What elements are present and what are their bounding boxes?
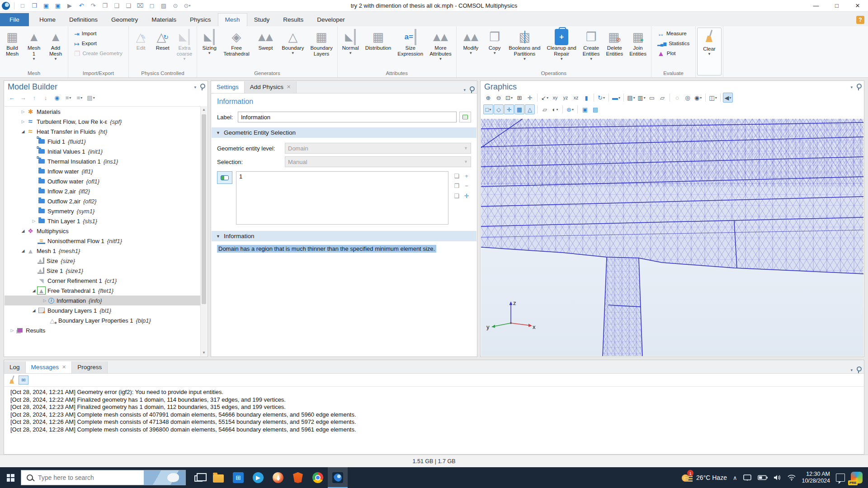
microsoft-store-icon[interactable]: ⊞ <box>228 467 248 488</box>
tree-item-materials[interactable]: ▷✱Materials <box>5 107 200 117</box>
show-mesh-icon[interactable]: △ <box>525 104 535 114</box>
selection-select[interactable]: Manual ▼ <box>285 156 471 167</box>
graphics-canvas[interactable]: z x y <box>481 119 863 356</box>
tab-physics[interactable]: Physics <box>183 14 218 26</box>
copy-selection-icon[interactable]: ❏ <box>452 171 461 180</box>
ribbon-button-join-entities[interactable]: ▦Join Entities <box>626 28 650 70</box>
brave-browser-icon[interactable] <box>288 467 308 488</box>
ribbon-button-size-expression[interactable]: a=Size Expression <box>394 28 426 70</box>
messages-tab-messages[interactable]: Messages✕ <box>26 361 72 373</box>
tree-item-information[interactable]: ▷iInformation{info} <box>5 296 200 305</box>
tree-item-mesh-1[interactable]: ◢▲Mesh 1{mesh1} <box>5 246 200 256</box>
tree-item-thin-layer-1[interactable]: ▷Thin Layer 1{sls1} <box>5 216 200 226</box>
snapshot-icon[interactable]: ▣ <box>580 104 590 114</box>
action-center-icon[interactable] <box>836 474 845 482</box>
ribbon-button-boundary-layers[interactable]: ▦Boundary Layers <box>307 28 335 70</box>
new-file-icon[interactable]: □ <box>17 1 28 10</box>
ribbon-button-boundary[interactable]: △Boundary▼ <box>278 28 307 70</box>
save-icon[interactable]: ▣ <box>41 1 52 10</box>
tab-developer[interactable]: Developer <box>310 14 352 26</box>
help-button[interactable]: ? <box>856 16 864 24</box>
select-icon[interactable]: ▭ <box>647 93 657 103</box>
tree-item-size[interactable]: ▲Size{size} <box>5 256 200 266</box>
minimize-button[interactable]: — <box>806 0 826 12</box>
pin-icon[interactable] <box>856 84 860 90</box>
ribbon-button-create-geometry[interactable]: ❐Create Geometry <box>72 49 124 58</box>
search-input[interactable] <box>37 474 144 482</box>
tree-item-free-tetrahedral-1[interactable]: ◢▲Free Tetrahedral 1{ftet1} <box>5 286 200 296</box>
remove-from-selection-button[interactable]: − <box>462 181 471 190</box>
ribbon-button-copy[interactable]: ❐Copy▼ <box>484 28 505 70</box>
zoom-in-icon[interactable]: ⊕ <box>483 93 493 103</box>
scene-light-icon[interactable]: ▮ <box>581 93 591 103</box>
search-icon[interactable]: ⊙ <box>170 1 181 10</box>
comsol-app-icon[interactable] <box>328 467 348 488</box>
show-hidden-icon[interactable]: ◎ <box>683 93 693 103</box>
view-mode-icon[interactable]: □▾ <box>483 104 493 114</box>
expanded-icon[interactable]: ◢ <box>20 249 26 253</box>
expanded-icon[interactable]: ◢ <box>20 229 26 233</box>
tab-geometry[interactable]: Geometry <box>104 14 145 26</box>
paste-selection-icon[interactable]: ❑ <box>452 191 461 200</box>
show-axes-icon[interactable]: ✛ <box>504 104 514 114</box>
scroll-thumb[interactable] <box>202 114 206 304</box>
rename-button[interactable] <box>459 112 471 122</box>
label-input[interactable] <box>238 112 457 122</box>
move-down-icon[interactable]: ↓ <box>41 93 51 102</box>
tree-item-thermal-insulation-1[interactable]: Thermal Insulation 1{ins1} <box>5 156 200 166</box>
messages-tab-log[interactable]: Log <box>4 361 26 373</box>
collapsed-icon[interactable]: ▷ <box>20 109 26 114</box>
close-button[interactable]: ✕ <box>847 0 868 12</box>
tree-item-size-1[interactable]: ▲Size 1{size1} <box>5 266 200 276</box>
collapsed-icon[interactable]: ▷ <box>9 328 15 333</box>
scene-settings-icon[interactable]: ⊛▾ <box>565 104 575 114</box>
print-icon[interactable]: ▤ <box>590 104 600 114</box>
pin-icon[interactable] <box>200 84 204 90</box>
ribbon-button-edit[interactable]: △Edit <box>130 28 152 70</box>
delete-icon[interactable]: ⌧ <box>135 1 146 10</box>
duplicate-icon[interactable]: ❏ <box>123 1 134 10</box>
collapsed-icon[interactable]: ▷ <box>31 219 37 223</box>
messaging-app-icon[interactable] <box>248 467 268 488</box>
clear-log-icon[interactable] <box>9 375 16 385</box>
panel-menu-icon[interactable]: ▾ <box>194 85 196 89</box>
go-to-xz-view-icon[interactable]: xz <box>571 93 581 103</box>
close-tab-icon[interactable]: ✕ <box>287 84 291 90</box>
visibility-icon[interactable]: ◉▾ <box>693 93 703 103</box>
settings-tab-settings[interactable]: Settings <box>211 81 245 93</box>
tree-item-inflow-water[interactable]: Inflow water{ifl1} <box>5 166 200 176</box>
ribbon-button-create-entities[interactable]: ❐Create Entities▼ <box>580 28 603 70</box>
close-tab-icon[interactable]: ✕ <box>62 364 66 370</box>
tree-item-fluid-1[interactable]: Fluid 1{fluid1} <box>5 136 200 146</box>
zoom-to-selection-icon[interactable]: ✛ <box>462 191 471 200</box>
ribbon-button-extra-coarse[interactable]: ◣Extra coarse▼ <box>174 28 196 70</box>
ribbon-button-modify[interactable]: ▲▲Modify▼ <box>458 28 484 70</box>
redo-icon[interactable]: ↷ <box>88 1 99 10</box>
ribbon-button-booleans-and-partitions[interactable]: ▧Booleans and Partitions▼ <box>505 28 543 70</box>
ribbon-button-measure[interactable]: ↔Measure <box>656 29 691 38</box>
section-information[interactable]: ▼ Information <box>212 231 476 241</box>
add-to-selection-button[interactable]: + <box>462 171 471 180</box>
tree-item-heat-transfer-in-fluids[interactable]: ◢≈Heat Transfer in Fluids{ht} <box>5 127 200 136</box>
tree-item-symmetry[interactable]: Symmetry{sym1} <box>5 206 200 216</box>
tree-item-results[interactable]: ▷Results <box>5 325 200 335</box>
panel-menu-icon[interactable]: ▾ <box>850 85 853 89</box>
animation-icon[interactable]: ▥▾ <box>637 93 646 103</box>
go-forward-icon[interactable]: → <box>18 93 28 102</box>
undo-icon[interactable]: ↶ <box>76 1 87 10</box>
ribbon-button-free-tetrahedral[interactable]: ◈Free Tetrahedral <box>220 28 253 70</box>
deselect-icon[interactable]: ▨ <box>158 1 169 10</box>
rotate-icon[interactable]: ↻▾ <box>596 93 606 103</box>
copilot-icon[interactable]: PRE <box>851 472 863 483</box>
settings-tab-add-physics[interactable]: Add Physics✕ <box>245 81 297 93</box>
hidden-icons-chevron[interactable]: ∧ <box>733 474 737 481</box>
pin-icon[interactable] <box>469 86 473 93</box>
tab-mesh[interactable]: Mesh <box>218 13 247 26</box>
copy-icon[interactable]: ❐ <box>99 1 110 10</box>
messages-tab-progress[interactable]: Progress <box>72 361 108 373</box>
go-to-yz-view-icon[interactable]: yz <box>561 93 571 103</box>
image-export-icon[interactable]: ▤▾ <box>626 93 636 103</box>
paste-icon[interactable]: ❑ <box>111 1 122 10</box>
section-geometric-entity-selection[interactable]: ▼ Geometric Entity Selection <box>212 127 476 138</box>
deselect-icon[interactable]: ▱ <box>657 93 667 103</box>
